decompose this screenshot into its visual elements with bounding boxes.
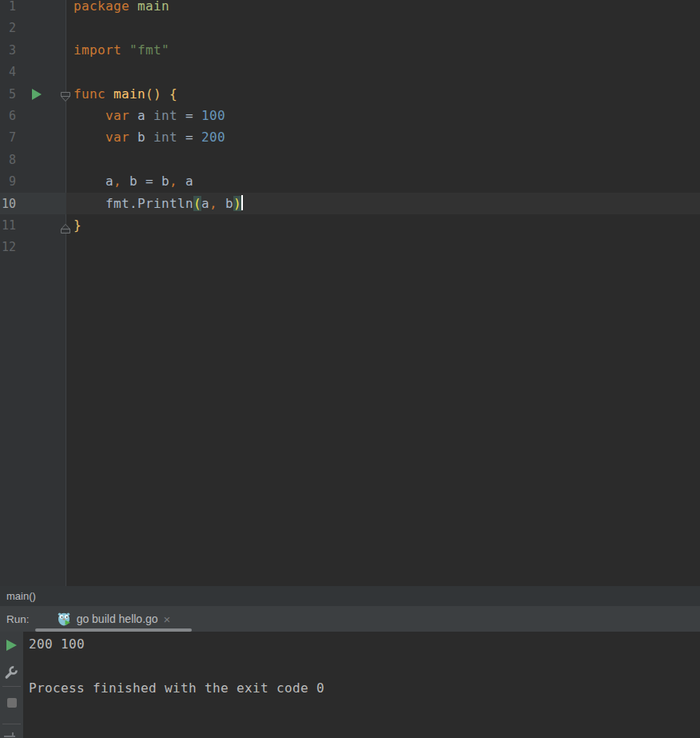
- line-number: 12: [0, 237, 16, 258]
- editor-line[interactable]: 12: [0, 236, 700, 257]
- run-tab[interactable]: go build hello.go ×: [35, 606, 192, 632]
- line-number: 10: [0, 193, 16, 215]
- code-line-text[interactable]: var a int = 100: [66, 105, 700, 126]
- code-editor[interactable]: 1package main23import "fmt"45 func main(…: [0, 0, 700, 586]
- rerun-icon[interactable]: [6, 640, 17, 651]
- run-toolwindow-header: Run: go build hello.go ×: [0, 606, 700, 632]
- line-number: 8: [0, 150, 16, 171]
- fold-up-icon[interactable]: [60, 219, 71, 241]
- code-line-text[interactable]: [66, 236, 700, 257]
- console-line: 200 100: [29, 633, 700, 655]
- gutter-cell: 7: [0, 126, 66, 148]
- breadcrumb-item-main[interactable]: main(): [6, 590, 36, 602]
- breadcrumb-bar: main(): [0, 586, 700, 606]
- gutter-cell: 9: [0, 170, 66, 192]
- line-number: 9: [0, 171, 16, 193]
- code-line-text[interactable]: package main: [66, 0, 700, 17]
- run-panel-title: Run:: [0, 613, 30, 625]
- editor-line[interactable]: 1package main: [0, 0, 700, 17]
- console-line: Process finished with the exit code 0: [29, 677, 700, 699]
- line-number: 5: [0, 84, 16, 106]
- editor-lines: 1package main23import "fmt"45 func main(…: [0, 0, 700, 258]
- run-tab-label: go build hello.go: [77, 612, 158, 625]
- gutter-cell: 11: [0, 214, 66, 236]
- editor-line[interactable]: 2: [0, 17, 700, 38]
- editor-line[interactable]: 11 }: [0, 214, 700, 236]
- gutter-cell: 6: [0, 105, 66, 126]
- gutter-cell: 5: [0, 83, 66, 105]
- partial-icon[interactable]: [4, 732, 17, 738]
- gutter-cell: 4: [0, 61, 66, 82]
- console-output: 200 100Process finished with the exit co…: [23, 632, 700, 738]
- text-caret: [241, 195, 243, 210]
- line-number: 3: [0, 40, 16, 62]
- wrench-icon[interactable]: [3, 664, 19, 684]
- toolbar-divider: [2, 724, 21, 724]
- code-line-text[interactable]: }: [66, 214, 700, 236]
- editor-line[interactable]: 6 var a int = 100: [0, 105, 700, 126]
- gopher-icon: [57, 612, 71, 626]
- gutter-cell: 1: [0, 0, 66, 17]
- run-console: 200 100Process finished with the exit co…: [0, 632, 700, 738]
- code-line-text[interactable]: func main() {: [66, 83, 700, 105]
- gutter-cell: 2: [0, 17, 66, 38]
- stop-icon[interactable]: [7, 698, 17, 708]
- editor-line[interactable]: 8: [0, 149, 700, 170]
- gutter-cell: 3: [0, 39, 66, 61]
- code-line-text[interactable]: var b int = 200: [66, 126, 700, 148]
- goland-window: 1package main23import "fmt"45 func main(…: [0, 0, 700, 738]
- run-icon[interactable]: [32, 89, 42, 100]
- fold-down-icon[interactable]: [60, 88, 71, 110]
- editor-line[interactable]: 9 a, b = b, a: [0, 170, 700, 192]
- editor-line[interactable]: 4: [0, 61, 700, 82]
- line-number: 4: [0, 62, 16, 83]
- toolbar-divider: [2, 686, 21, 687]
- line-number: 11: [0, 215, 16, 237]
- gutter-cell: 8: [0, 149, 66, 170]
- code-line-text[interactable]: [66, 17, 700, 38]
- editor-line[interactable]: 10 fmt.Println(a, b): [0, 193, 700, 214]
- code-line-text[interactable]: fmt.Println(a, b): [66, 193, 700, 214]
- gutter-cell: 10: [0, 193, 66, 214]
- gutter-cell: 12: [0, 236, 66, 257]
- code-line-text[interactable]: a, b = b, a: [66, 170, 700, 192]
- code-line-text[interactable]: import "fmt": [66, 39, 700, 61]
- line-number: 2: [0, 18, 16, 39]
- close-icon[interactable]: ×: [164, 613, 171, 625]
- code-line-text[interactable]: [66, 61, 700, 82]
- console-toolbar: [0, 632, 23, 738]
- console-line: [29, 655, 700, 676]
- editor-line[interactable]: 7 var b int = 200: [0, 126, 700, 148]
- editor-line[interactable]: 5 func main() {: [0, 83, 700, 105]
- line-number: 1: [0, 0, 16, 18]
- line-number: 6: [0, 106, 16, 127]
- editor-line[interactable]: 3import "fmt": [0, 39, 700, 61]
- line-number: 7: [0, 127, 16, 149]
- code-line-text[interactable]: [66, 149, 700, 170]
